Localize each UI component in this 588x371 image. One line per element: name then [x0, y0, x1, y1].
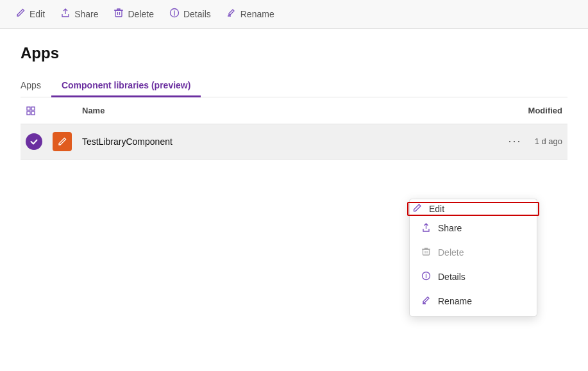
context-menu-edit[interactable]: Edit	[407, 202, 539, 216]
toolbar-edit-label: Edit	[29, 9, 45, 19]
toolbar: Edit Share Delete Details	[0, 0, 588, 29]
context-menu-delete: Delete	[410, 240, 537, 265]
col-header-check	[21, 97, 47, 124]
toolbar-share-label: Share	[74, 9, 98, 19]
row-name-cell: TestLibraryComponent	[77, 124, 478, 159]
row-name-text: TestLibraryComponent	[82, 136, 172, 147]
col-header-icon	[47, 97, 77, 124]
toolbar-share-button[interactable]: Share	[60, 8, 98, 21]
col-header-modified: Modified	[478, 97, 567, 124]
rename-icon	[226, 8, 237, 21]
toolbar-edit-button[interactable]: Edit	[15, 8, 45, 21]
toolbar-delete-label: Delete	[128, 9, 153, 19]
context-menu-share[interactable]: Share	[410, 216, 537, 240]
context-menu: Edit Share Delete Details	[409, 199, 537, 317]
edit-icon	[15, 8, 26, 21]
context-share-label: Share	[438, 223, 462, 233]
tab-apps[interactable]: Apps	[21, 75, 51, 97]
toolbar-rename-label: Rename	[240, 9, 274, 19]
grid-icon	[26, 106, 36, 116]
svg-rect-6	[423, 249, 429, 255]
svg-rect-3	[31, 107, 35, 110]
context-details-icon	[420, 271, 432, 283]
context-edit-icon	[411, 203, 423, 215]
row-modified-cell: ··· 1 d ago	[478, 124, 567, 159]
context-details-label: Details	[438, 272, 466, 282]
context-delete-label: Delete	[438, 247, 464, 258]
app-icon	[53, 132, 72, 151]
row-modified-text: 1 d ago	[535, 136, 562, 146]
svg-rect-5	[31, 111, 35, 115]
page-title: Apps	[21, 44, 567, 62]
context-share-icon	[420, 222, 432, 234]
toolbar-details-label: Details	[183, 9, 211, 19]
toolbar-details-button[interactable]: Details	[169, 8, 211, 21]
page-content: Apps Apps Component libraries (preview)	[0, 29, 588, 175]
share-icon	[60, 8, 71, 21]
row-check-cell	[21, 124, 47, 159]
row-ellipsis-button[interactable]: ···	[503, 133, 527, 149]
toolbar-delete-button[interactable]: Delete	[113, 8, 153, 21]
table-header-row: Name Modified	[21, 97, 567, 124]
tab-component-libraries[interactable]: Component libraries (preview)	[51, 75, 201, 97]
check-circle	[26, 133, 42, 150]
context-rename-icon	[420, 295, 432, 307]
context-menu-details[interactable]: Details	[410, 265, 537, 289]
table-row: TestLibraryComponent ··· 1 d ago	[21, 124, 567, 159]
svg-rect-0	[115, 10, 122, 17]
context-rename-label: Rename	[438, 296, 472, 306]
row-app-icon-cell	[47, 124, 77, 159]
toolbar-rename-button[interactable]: Rename	[226, 8, 274, 21]
col-header-name: Name	[77, 97, 478, 124]
tabs-bar: Apps Component libraries (preview)	[21, 75, 567, 97]
svg-rect-2	[27, 107, 30, 110]
delete-icon	[113, 8, 124, 21]
items-table: Name Modified	[21, 97, 567, 160]
context-edit-label: Edit	[429, 204, 444, 214]
svg-rect-4	[27, 111, 30, 115]
details-icon	[169, 8, 180, 21]
context-menu-rename[interactable]: Rename	[410, 289, 537, 313]
context-delete-icon	[420, 247, 432, 258]
